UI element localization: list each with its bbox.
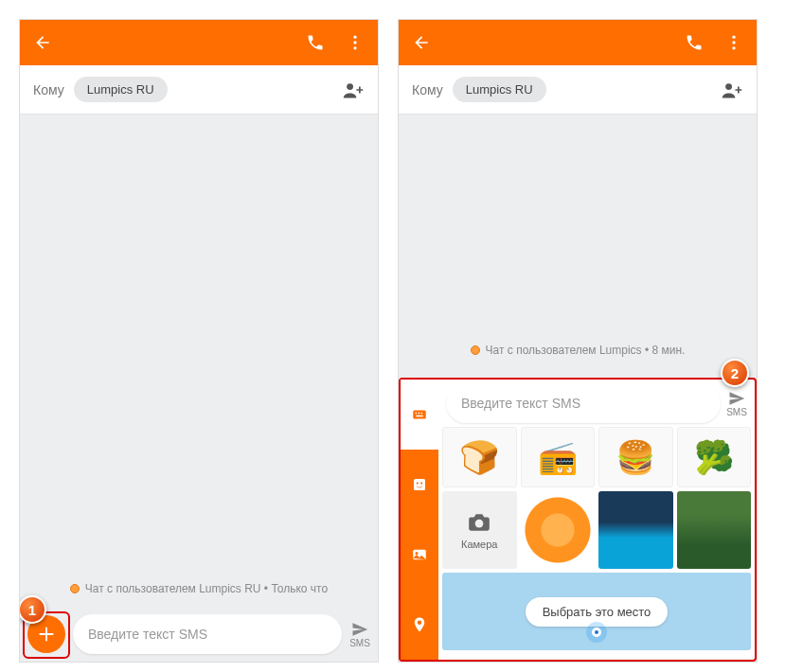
svg-point-6 <box>732 46 735 49</box>
svg-point-5 <box>732 41 735 44</box>
more-icon[interactable] <box>346 33 365 52</box>
camera-icon <box>465 510 493 535</box>
svg-rect-8 <box>413 411 426 419</box>
location-button[interactable]: Выбрать это место <box>526 597 669 627</box>
recipient-bar: Кому Lumpics RU <box>20 65 378 115</box>
location-dot-icon <box>592 628 601 637</box>
svg-point-14 <box>417 482 419 484</box>
back-icon[interactable] <box>412 33 431 52</box>
timestamp-text: Чат с пользователем Lumpics RU • Только … <box>85 582 328 595</box>
recipient-label: Кому <box>33 82 64 97</box>
status-dot <box>70 584 80 593</box>
app-bar <box>399 20 757 65</box>
sticker-toast[interactable]: 🍞 <box>442 427 517 487</box>
svg-rect-10 <box>419 413 420 415</box>
message-input[interactable]: Введите текст SMS <box>446 383 721 423</box>
call-icon[interactable] <box>306 33 325 52</box>
camera-tile[interactable]: Камера <box>442 491 517 569</box>
recipient-chip[interactable]: Lumpics RU <box>74 77 168 102</box>
timestamp-text: Чат с пользователем Lumpics • 8 мин. <box>486 344 686 357</box>
back-icon[interactable] <box>33 33 52 52</box>
svg-rect-9 <box>416 413 418 415</box>
location-picker[interactable]: Выбрать это место <box>442 573 751 650</box>
gallery-image-1[interactable] <box>521 491 596 569</box>
camera-label: Камера <box>461 539 497 550</box>
sticker-burger[interactable]: 🍔 <box>598 427 673 487</box>
svg-point-18 <box>475 520 484 528</box>
attachment-panel: Введите текст SMS SMS 🍞 📻 🍔 🥦 Камера <box>399 378 757 662</box>
svg-point-4 <box>732 36 735 39</box>
svg-point-1 <box>353 41 356 44</box>
tab-keyboard[interactable] <box>401 380 438 450</box>
compose-row: Введите текст SMS SMS <box>27 614 370 654</box>
add-recipient-icon[interactable] <box>342 80 365 99</box>
step-marker-2: 2 <box>721 359 749 387</box>
message-input[interactable]: Введите текст SMS <box>73 614 342 654</box>
more-icon[interactable] <box>724 33 743 52</box>
attach-tabs <box>401 380 438 660</box>
tab-gallery[interactable] <box>401 520 438 590</box>
timestamp: Чат с пользователем Lumpics RU • Только … <box>20 582 378 595</box>
attach-content: Введите текст SMS SMS 🍞 📻 🍔 🥦 Камера <box>438 380 755 660</box>
gallery-image-2[interactable] <box>598 491 673 569</box>
screen-b: Кому Lumpics RU Чат с пользователем Lump… <box>398 19 758 663</box>
send-button[interactable]: SMS <box>726 390 747 417</box>
add-recipient-icon[interactable] <box>721 80 743 99</box>
svg-rect-11 <box>421 413 423 415</box>
input-placeholder: Введите текст SMS <box>88 627 207 642</box>
svg-point-0 <box>353 36 356 39</box>
sticker-toaster[interactable]: 📻 <box>521 427 596 487</box>
compose-row: Введите текст SMS SMS <box>438 380 755 427</box>
screen-a: Кому Lumpics RU Чат с пользователем Lump… <box>19 19 379 663</box>
sticker-row: 🍞 📻 🍔 🥦 <box>438 427 755 487</box>
sticker-broccoli[interactable]: 🥦 <box>677 427 752 487</box>
send-icon <box>726 390 747 407</box>
input-placeholder: Введите текст SMS <box>461 396 580 411</box>
recipient-label: Кому <box>412 82 443 97</box>
send-type: SMS <box>349 638 370 648</box>
svg-point-2 <box>353 46 356 49</box>
svg-point-3 <box>347 83 353 90</box>
send-button[interactable]: SMS <box>349 621 370 648</box>
svg-rect-12 <box>416 416 423 417</box>
app-bar <box>20 20 378 65</box>
gallery-row: Камера <box>438 487 755 573</box>
call-icon[interactable] <box>685 33 704 52</box>
recipient-chip[interactable]: Lumpics RU <box>453 77 546 102</box>
timestamp: Чат с пользователем Lumpics • 8 мин. <box>399 344 757 357</box>
gallery-image-3[interactable] <box>677 491 752 569</box>
send-type: SMS <box>726 407 747 417</box>
step-marker-1: 1 <box>19 595 46 624</box>
svg-rect-13 <box>414 479 425 490</box>
recipient-bar: Кому Lumpics RU <box>399 65 757 115</box>
tab-location[interactable] <box>401 590 438 660</box>
svg-point-7 <box>725 83 732 90</box>
svg-point-15 <box>420 482 422 484</box>
svg-point-17 <box>416 552 419 555</box>
tab-stickers[interactable] <box>401 450 438 520</box>
send-icon <box>349 621 370 638</box>
status-dot <box>471 345 480 355</box>
